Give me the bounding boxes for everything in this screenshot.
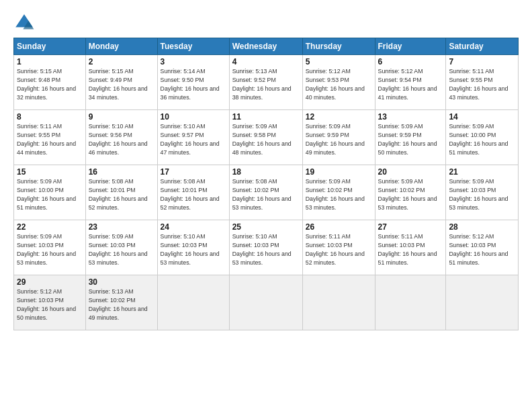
day-number: 17 xyxy=(161,167,226,177)
col-monday: Monday xyxy=(85,38,157,55)
table-row: 15 Sunrise: 5:09 AMSunset: 10:00 PMDayli… xyxy=(14,165,86,220)
table-row: 30 Sunrise: 5:13 AMSunset: 10:02 PMDayli… xyxy=(85,275,157,330)
day-number: 30 xyxy=(89,277,154,287)
day-number: 9 xyxy=(89,112,154,122)
table-row: 20 Sunrise: 5:09 AMSunset: 10:02 PMDayli… xyxy=(375,165,446,220)
calendar-table: Sunday Monday Tuesday Wednesday Thursday… xyxy=(13,38,519,330)
day-number: 14 xyxy=(449,112,515,122)
table-row: 2 Sunrise: 5:15 AMSunset: 9:49 PMDayligh… xyxy=(85,55,157,110)
day-info: Sunrise: 5:09 AMSunset: 10:02 PMDaylight… xyxy=(378,178,437,211)
empty-cell xyxy=(302,275,375,330)
empty-cell xyxy=(446,275,519,330)
table-row: 17 Sunrise: 5:08 AMSunset: 10:01 PMDayli… xyxy=(157,165,229,220)
day-number: 6 xyxy=(378,57,443,66)
day-number: 16 xyxy=(89,167,154,177)
table-row: 13 Sunrise: 5:09 AMSunset: 9:59 PMDaylig… xyxy=(375,110,446,165)
table-row: 4 Sunrise: 5:13 AMSunset: 9:52 PMDayligh… xyxy=(229,55,302,110)
day-number: 20 xyxy=(378,167,443,177)
day-info: Sunrise: 5:09 AMSunset: 9:59 PMDaylight:… xyxy=(378,123,437,156)
day-number: 29 xyxy=(17,277,83,287)
day-info: Sunrise: 5:12 AMSunset: 10:03 PMDaylight… xyxy=(449,233,508,266)
col-saturday: Saturday xyxy=(446,38,519,55)
table-row: 18 Sunrise: 5:08 AMSunset: 10:02 PMDayli… xyxy=(229,165,302,220)
day-number: 7 xyxy=(449,57,515,66)
day-info: Sunrise: 5:12 AMSunset: 9:54 PMDaylight:… xyxy=(378,68,437,101)
day-info: Sunrise: 5:10 AMSunset: 9:57 PMDaylight:… xyxy=(161,123,220,156)
day-number: 5 xyxy=(306,57,372,66)
day-info: Sunrise: 5:10 AMSunset: 9:56 PMDaylight:… xyxy=(89,123,148,156)
day-number: 21 xyxy=(449,167,515,177)
table-row: 7 Sunrise: 5:11 AMSunset: 9:55 PMDayligh… xyxy=(446,55,519,110)
day-info: Sunrise: 5:10 AMSunset: 10:03 PMDaylight… xyxy=(161,233,220,266)
day-info: Sunrise: 5:12 AMSunset: 9:53 PMDaylight:… xyxy=(306,68,365,101)
table-row: 27 Sunrise: 5:11 AMSunset: 10:03 PMDayli… xyxy=(375,220,446,275)
calendar-header-row: Sunday Monday Tuesday Wednesday Thursday… xyxy=(14,38,519,55)
table-row: 23 Sunrise: 5:09 AMSunset: 10:03 PMDayli… xyxy=(85,220,157,275)
col-friday: Friday xyxy=(375,38,446,55)
day-number: 1 xyxy=(17,57,83,66)
day-info: Sunrise: 5:12 AMSunset: 10:03 PMDaylight… xyxy=(17,288,76,321)
day-info: Sunrise: 5:11 AMSunset: 9:55 PMDaylight:… xyxy=(449,68,508,101)
col-wednesday: Wednesday xyxy=(229,38,302,55)
empty-cell xyxy=(229,275,302,330)
day-info: Sunrise: 5:11 AMSunset: 10:03 PMDaylight… xyxy=(378,233,437,266)
table-row: 10 Sunrise: 5:10 AMSunset: 9:57 PMDaylig… xyxy=(157,110,229,165)
day-info: Sunrise: 5:15 AMSunset: 9:49 PMDaylight:… xyxy=(89,68,148,101)
day-number: 8 xyxy=(17,112,83,122)
col-sunday: Sunday xyxy=(14,38,86,55)
day-number: 18 xyxy=(232,167,300,177)
day-number: 25 xyxy=(232,222,300,232)
table-row: 22 Sunrise: 5:09 AMSunset: 10:03 PMDayli… xyxy=(14,220,86,275)
table-row: 28 Sunrise: 5:12 AMSunset: 10:03 PMDayli… xyxy=(446,220,519,275)
day-number: 26 xyxy=(306,222,372,232)
day-info: Sunrise: 5:14 AMSunset: 9:50 PMDaylight:… xyxy=(161,68,220,101)
table-row: 29 Sunrise: 5:12 AMSunset: 10:03 PMDayli… xyxy=(14,275,86,330)
day-number: 19 xyxy=(306,167,372,177)
day-info: Sunrise: 5:09 AMSunset: 10:00 PMDaylight… xyxy=(17,178,76,211)
col-tuesday: Tuesday xyxy=(157,38,229,55)
header xyxy=(13,12,519,34)
table-row: 9 Sunrise: 5:10 AMSunset: 9:56 PMDayligh… xyxy=(85,110,157,165)
day-number: 11 xyxy=(232,112,300,122)
day-info: Sunrise: 5:09 AMSunset: 10:02 PMDaylight… xyxy=(306,178,365,211)
day-number: 15 xyxy=(17,167,83,177)
table-row: 12 Sunrise: 5:09 AMSunset: 9:59 PMDaylig… xyxy=(302,110,375,165)
table-row: 24 Sunrise: 5:10 AMSunset: 10:03 PMDayli… xyxy=(157,220,229,275)
table-row: 25 Sunrise: 5:10 AMSunset: 10:03 PMDayli… xyxy=(229,220,302,275)
day-number: 10 xyxy=(161,112,226,122)
table-row: 1 Sunrise: 5:15 AMSunset: 9:48 PMDayligh… xyxy=(14,55,86,110)
col-thursday: Thursday xyxy=(302,38,375,55)
page: Sunday Monday Tuesday Wednesday Thursday… xyxy=(0,0,532,411)
day-number: 2 xyxy=(89,57,154,66)
logo xyxy=(13,12,38,34)
day-info: Sunrise: 5:08 AMSunset: 10:02 PMDaylight… xyxy=(232,178,292,211)
table-row: 5 Sunrise: 5:12 AMSunset: 9:53 PMDayligh… xyxy=(302,55,375,110)
day-info: Sunrise: 5:13 AMSunset: 10:02 PMDaylight… xyxy=(89,288,148,321)
day-number: 28 xyxy=(449,222,515,232)
day-info: Sunrise: 5:09 AMSunset: 9:58 PMDaylight:… xyxy=(232,123,292,156)
day-number: 22 xyxy=(17,222,83,232)
day-number: 4 xyxy=(232,57,300,66)
day-info: Sunrise: 5:10 AMSunset: 10:03 PMDaylight… xyxy=(232,233,292,266)
day-info: Sunrise: 5:13 AMSunset: 9:52 PMDaylight:… xyxy=(232,68,292,101)
logo-icon xyxy=(13,12,35,34)
day-info: Sunrise: 5:09 AMSunset: 10:00 PMDaylight… xyxy=(449,123,508,156)
table-row: 21 Sunrise: 5:09 AMSunset: 10:03 PMDayli… xyxy=(446,165,519,220)
day-number: 24 xyxy=(161,222,226,232)
day-info: Sunrise: 5:08 AMSunset: 10:01 PMDaylight… xyxy=(89,178,148,211)
day-info: Sunrise: 5:15 AMSunset: 9:48 PMDaylight:… xyxy=(17,68,76,101)
table-row: 11 Sunrise: 5:09 AMSunset: 9:58 PMDaylig… xyxy=(229,110,302,165)
table-row: 19 Sunrise: 5:09 AMSunset: 10:02 PMDayli… xyxy=(302,165,375,220)
day-info: Sunrise: 5:11 AMSunset: 10:03 PMDaylight… xyxy=(306,233,365,266)
day-info: Sunrise: 5:08 AMSunset: 10:01 PMDaylight… xyxy=(161,178,220,211)
table-row: 16 Sunrise: 5:08 AMSunset: 10:01 PMDayli… xyxy=(85,165,157,220)
table-row: 26 Sunrise: 5:11 AMSunset: 10:03 PMDayli… xyxy=(302,220,375,275)
day-info: Sunrise: 5:09 AMSunset: 9:59 PMDaylight:… xyxy=(306,123,365,156)
empty-cell xyxy=(375,275,446,330)
day-number: 12 xyxy=(306,112,372,122)
day-info: Sunrise: 5:09 AMSunset: 10:03 PMDaylight… xyxy=(89,233,148,266)
table-row: 14 Sunrise: 5:09 AMSunset: 10:00 PMDayli… xyxy=(446,110,519,165)
day-info: Sunrise: 5:09 AMSunset: 10:03 PMDaylight… xyxy=(449,178,508,211)
day-number: 13 xyxy=(378,112,443,122)
day-info: Sunrise: 5:11 AMSunset: 9:55 PMDaylight:… xyxy=(17,123,76,156)
